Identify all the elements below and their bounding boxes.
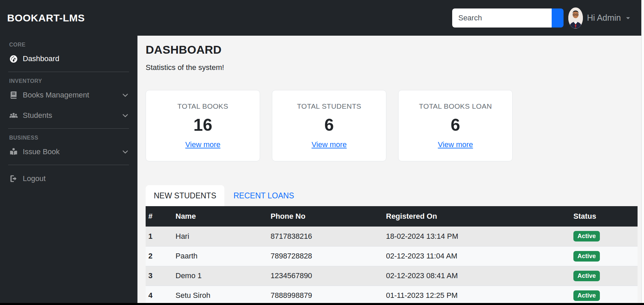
sidebar-heading-business: BUSINESS: [9, 135, 129, 141]
column-header-num: #: [146, 206, 173, 227]
column-header-phone: Phone No: [268, 206, 383, 227]
column-header-status: Status: [571, 206, 638, 227]
users-icon: [9, 111, 18, 120]
cell-status: Active: [571, 266, 638, 286]
stat-card-total-books: TOTAL BOOKS 16 View more: [146, 90, 260, 161]
cell-registered: 01-11-2023 12:25 PM: [383, 286, 571, 305]
topnav-right: Hi Admin: [137, 7, 644, 29]
main-content: DASHBOARD Statistics of the system! TOTA…: [137, 36, 641, 305]
app-logo[interactable]: BOOKART-LMS: [0, 12, 137, 24]
stat-card-value: 16: [194, 115, 213, 135]
cell-status: Active: [571, 246, 638, 266]
sidebar-item-label: Students: [23, 111, 122, 120]
table-row: 4 Setu Siroh 7888998879 01-11-2023 12:25…: [146, 286, 638, 305]
tab-new-students[interactable]: NEW STUDENTS: [146, 185, 224, 206]
cell-phone: 7888998879: [268, 286, 383, 305]
cell-status: Active: [571, 286, 638, 305]
search-input[interactable]: [452, 8, 552, 28]
sign-out-icon: [9, 174, 18, 183]
sidebar: CORE Dashboard INVENTORY Books Managemen…: [0, 36, 137, 305]
sidebar-heading-inventory: INVENTORY: [9, 78, 129, 84]
cell-phone: 1234567890: [268, 266, 383, 286]
view-more-link[interactable]: View more: [312, 140, 347, 149]
search-button[interactable]: [552, 8, 564, 28]
students-table: # Name Phone No Registered On Status 1 H…: [146, 206, 638, 305]
tabs: NEW STUDENTS RECENT LOANS: [146, 185, 637, 206]
caret-down-icon: [625, 15, 631, 21]
screen-bottom-edge: [0, 303, 644, 305]
sidebar-divider: [8, 72, 129, 72]
cell-status: Active: [571, 227, 638, 246]
cell-num: 4: [146, 286, 173, 305]
chevron-down-icon: [122, 148, 129, 156]
sidebar-item-issue-book[interactable]: Issue Book: [5, 144, 133, 159]
vertical-scrollbar[interactable]: [641, 0, 644, 305]
table-row: 1 Hari 8717838216 18-02-2024 13:14 PM Ac…: [146, 227, 638, 246]
sidebar-item-students[interactable]: Students: [5, 108, 133, 123]
chevron-down-icon: [122, 91, 129, 99]
cell-name: Hari: [173, 227, 268, 246]
search-group: [452, 8, 564, 28]
page-title: DASHBOARD: [146, 43, 637, 56]
cell-phone: 8717838216: [268, 227, 383, 246]
cell-num: 3: [146, 266, 173, 286]
stat-card-title: TOTAL BOOKS: [178, 102, 228, 110]
tab-recent-loans[interactable]: RECENT LOANS: [224, 185, 303, 206]
book-icon: [9, 91, 18, 100]
page-subtitle: Statistics of the system!: [146, 63, 637, 72]
sidebar-item-books-management[interactable]: Books Management: [5, 88, 133, 103]
cell-num: 1: [146, 227, 173, 246]
sidebar-divider: [8, 165, 129, 165]
user-greeting: Hi Admin: [587, 13, 621, 23]
stat-card-value: 6: [325, 115, 334, 135]
cell-phone: 7898728828: [268, 246, 383, 266]
user-menu[interactable]: Hi Admin: [568, 7, 631, 29]
stat-cards-row: TOTAL BOOKS 16 View more TOTAL STUDENTS …: [146, 90, 637, 161]
cell-registered: 02-12-2023 11:04 AM: [383, 246, 571, 266]
sidebar-item-label: Dashboard: [23, 54, 129, 63]
view-more-link[interactable]: View more: [438, 140, 473, 149]
stat-card-title: TOTAL STUDENTS: [297, 102, 362, 110]
cell-name: Paarth: [173, 246, 268, 266]
tachometer-icon: [9, 54, 18, 63]
sidebar-item-label: Logout: [23, 174, 129, 183]
stat-card-total-books-loan: TOTAL BOOKS LOAN 6 View more: [398, 90, 513, 161]
stat-card-value: 6: [451, 115, 460, 135]
stat-card-total-students: TOTAL STUDENTS 6 View more: [272, 90, 386, 161]
avatar-photo: [568, 7, 583, 29]
table-header-row: # Name Phone No Registered On Status: [146, 206, 638, 227]
table-row: 2 Paarth 7898728828 02-12-2023 11:04 AM …: [146, 246, 638, 266]
cell-num: 2: [146, 246, 173, 266]
book-reader-icon: [9, 147, 18, 156]
avatar[interactable]: [568, 7, 583, 29]
status-badge: Active: [573, 251, 600, 262]
sidebar-item-logout[interactable]: Logout: [5, 171, 133, 186]
column-header-name: Name: [173, 206, 268, 227]
cell-name: Setu Siroh: [173, 286, 268, 305]
top-navbar: BOOKART-LMS Hi Admin: [0, 0, 644, 36]
table-row: 3 Demo 1 1234567890 02-12-2023 08:41 AM …: [146, 266, 638, 286]
column-header-registered: Registered On: [383, 206, 571, 227]
sidebar-heading-core: CORE: [9, 42, 129, 48]
cell-name: Demo 1: [173, 266, 268, 286]
status-badge: Active: [573, 231, 600, 241]
sidebar-divider: [8, 128, 129, 129]
cell-registered: 18-02-2024 13:14 PM: [383, 227, 571, 246]
view-more-link[interactable]: View more: [185, 140, 221, 149]
cell-registered: 02-12-2023 08:41 AM: [383, 266, 571, 286]
status-badge: Active: [573, 271, 600, 281]
sidebar-item-dashboard[interactable]: Dashboard: [5, 51, 133, 66]
sidebar-item-label: Books Management: [23, 91, 122, 100]
chevron-down-icon: [122, 112, 129, 119]
sidebar-item-label: Issue Book: [23, 147, 122, 156]
status-badge: Active: [573, 290, 600, 301]
stat-card-title: TOTAL BOOKS LOAN: [419, 102, 492, 110]
